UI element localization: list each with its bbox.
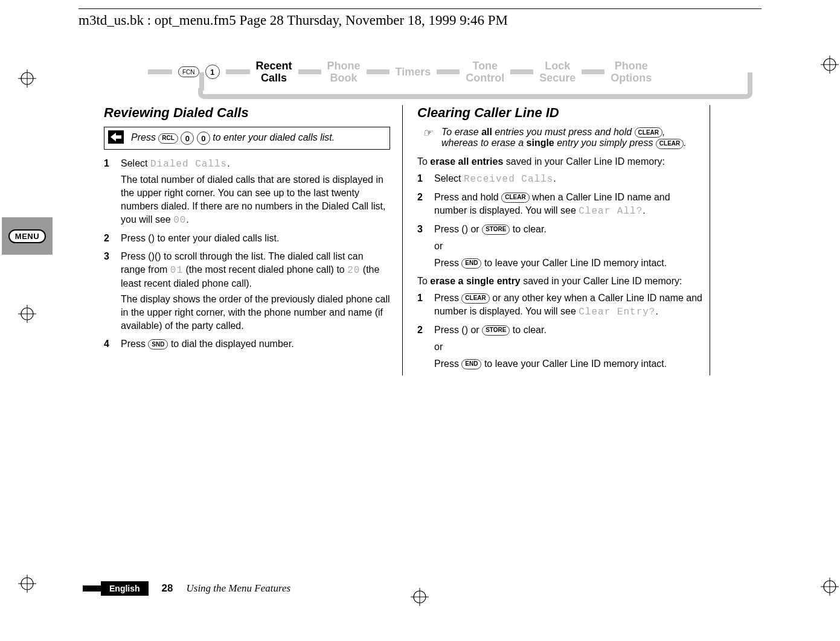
footer-chapter-title: Using the Menu Features (186, 582, 290, 595)
lcd-text: Received Calls (464, 174, 553, 185)
list-item: Press and hold CLEAR when a Caller Line … (417, 191, 704, 218)
nav-return-connector-icon (198, 88, 752, 99)
running-header: m3td_us.bk : opt_menu.fm5 Page 28 Thursd… (79, 8, 761, 28)
right-column: Clearing Caller Line ID ☞ To erase all e… (403, 105, 710, 375)
nav-item-tone-control: Tone Control (466, 60, 504, 84)
step-body: The display shows the order of the previ… (121, 293, 390, 333)
or-text: or (434, 240, 704, 253)
end-key-icon: END (461, 359, 481, 369)
fcn-key-icon: FCN (178, 66, 199, 77)
nav-item-phone-options: Phone Options (611, 60, 652, 84)
list-item: Press () to enter your dialed calls list… (104, 232, 390, 245)
nav-item-timers: Timers (396, 66, 431, 78)
left-column: Reviewing Dialed Calls Press RCL 0 0 to … (104, 105, 403, 375)
menu-side-badge-label: MENU (8, 229, 46, 243)
lcd-text: Dialed Calls (150, 159, 227, 170)
clear-key-icon: CLEAR (501, 193, 529, 203)
clear-key-icon: CLEAR (656, 139, 684, 149)
crop-mark-icon (821, 56, 839, 74)
list-item: Press ()() to scroll through the list. T… (104, 250, 390, 333)
crop-mark-icon (18, 575, 36, 593)
zero-key-icon: 0 (197, 132, 210, 145)
menu-side-badge: MENU (2, 217, 53, 255)
crop-mark-icon (18, 305, 36, 323)
list-item: Press CLEAR or any other key when a Call… (417, 292, 704, 319)
nav-item-lock-secure: Lock Secure (539, 60, 575, 84)
step-body: The total number of dialed calls that ar… (121, 173, 390, 227)
lcd-text: 20 (347, 265, 360, 276)
list-item: Press SND to dial the displayed number. (104, 337, 390, 351)
footer-language: English (101, 581, 149, 596)
or-text: or (434, 340, 704, 354)
intro-erase-single: To erase a single entry saved in your Ca… (417, 275, 704, 288)
rcl-key-icon: RCL (158, 133, 178, 144)
footer-page-number: 28 (162, 582, 173, 595)
one-key-icon: 1 (205, 65, 220, 79)
shortcut-icon (108, 130, 124, 144)
clear-key-icon: CLEAR (461, 293, 489, 304)
lcd-text: Clear All? (579, 206, 643, 217)
shortcut-text: Press RCL 0 0 to enter your dialed calls… (131, 132, 335, 142)
store-key-icon: STORE (482, 325, 510, 336)
page-footer: English 28 Using the Menu Features (83, 581, 290, 596)
steps-list: Select Dialed Calls. The total number of… (104, 157, 390, 351)
clear-key-icon: CLEAR (635, 127, 662, 138)
zero-key-icon: 0 (181, 132, 194, 145)
snd-key-icon: SND (148, 339, 168, 349)
crop-mark-icon (411, 588, 429, 606)
nav-item-phone-book: Phone Book (327, 60, 361, 84)
list-item: Press () or STORE to clear. or Press END… (417, 324, 704, 371)
list-item: Select Dialed Calls. The total number of… (104, 157, 390, 227)
heading-reviewing-dialed-calls: Reviewing Dialed Calls (104, 105, 390, 121)
note-tip: ☞ To erase all entries you must press an… (417, 127, 704, 149)
steps-list: Press CLEAR or any other key when a Call… (417, 292, 704, 371)
note-icon: ☞ (417, 127, 438, 139)
steps-list: Select Received Calls. Press and hold CL… (417, 172, 704, 270)
heading-clearing-caller-line-id: Clearing Caller Line ID (417, 105, 704, 121)
crop-mark-icon (18, 69, 36, 88)
list-item: Press () or STORE to clear. or Press END… (417, 223, 704, 270)
lcd-text: 01 (170, 265, 183, 276)
menu-breadcrumb: FCN 1 Recent Calls Phone Book Timers Ton… (148, 54, 752, 89)
end-key-icon: END (461, 258, 481, 269)
lcd-text: 00 (173, 215, 186, 226)
lcd-text: Clear Entry? (579, 307, 655, 317)
intro-erase-all: To erase all entries saved in your Calle… (417, 155, 704, 168)
nav-item-recent-calls: Recent Calls (256, 60, 292, 84)
shortcut-tip-box: Press RCL 0 0 to enter your dialed calls… (104, 127, 390, 150)
list-item: Select Received Calls. (417, 172, 704, 186)
footer-bar-icon (83, 585, 101, 592)
store-key-icon: STORE (482, 225, 510, 235)
crop-mark-icon (821, 578, 839, 596)
